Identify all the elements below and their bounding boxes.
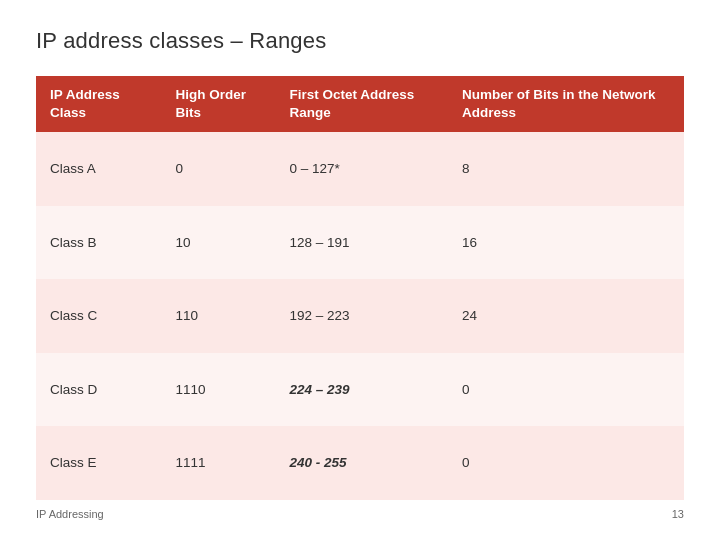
cell-num-bits: 0 <box>448 353 684 427</box>
table-row: Class D1110224 – 2390 <box>36 353 684 427</box>
col-header-first-octet: First Octet Address Range <box>275 76 448 132</box>
table-row: Class A00 – 127*8 <box>36 132 684 206</box>
cell-num-bits: 0 <box>448 426 684 500</box>
cell-first-octet-range: 224 – 239 <box>275 353 448 427</box>
cell-high-order-bits: 1110 <box>161 353 275 427</box>
cell-num-bits: 8 <box>448 132 684 206</box>
cell-class: Class A <box>36 132 161 206</box>
cell-high-order-bits: 110 <box>161 279 275 353</box>
table-row: Class B10128 – 19116 <box>36 206 684 280</box>
cell-class: Class C <box>36 279 161 353</box>
footer-page: 13 <box>672 508 684 520</box>
cell-high-order-bits: 10 <box>161 206 275 280</box>
table-row: Class C110192 – 22324 <box>36 279 684 353</box>
cell-class: Class E <box>36 426 161 500</box>
col-header-high-order: High Order Bits <box>161 76 275 132</box>
cell-class: Class D <box>36 353 161 427</box>
col-header-num-bits: Number of Bits in the Network Address <box>448 76 684 132</box>
ip-classes-table: IP Address Class High Order Bits First O… <box>36 76 684 500</box>
page-title: IP address classes – Ranges <box>36 28 684 54</box>
cell-first-octet-range: 192 – 223 <box>275 279 448 353</box>
cell-first-octet-range: 0 – 127* <box>275 132 448 206</box>
cell-num-bits: 16 <box>448 206 684 280</box>
table-header-row: IP Address Class High Order Bits First O… <box>36 76 684 132</box>
cell-first-octet-range: 128 – 191 <box>275 206 448 280</box>
cell-high-order-bits: 1111 <box>161 426 275 500</box>
page: IP address classes – Ranges IP Address C… <box>0 0 720 540</box>
footer: IP Addressing 13 <box>36 508 684 520</box>
cell-num-bits: 24 <box>448 279 684 353</box>
cell-class: Class B <box>36 206 161 280</box>
cell-first-octet-range: 240 - 255 <box>275 426 448 500</box>
cell-high-order-bits: 0 <box>161 132 275 206</box>
footer-label: IP Addressing <box>36 508 104 520</box>
col-header-class: IP Address Class <box>36 76 161 132</box>
table-row: Class E1111240 - 2550 <box>36 426 684 500</box>
